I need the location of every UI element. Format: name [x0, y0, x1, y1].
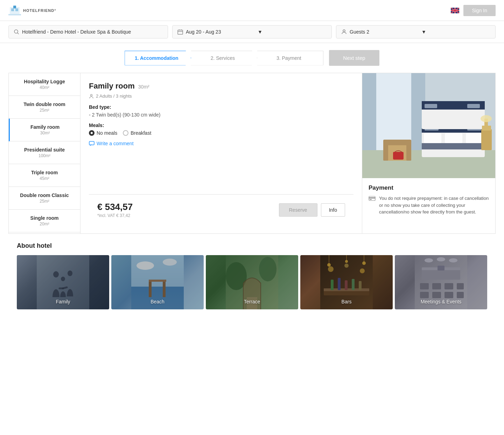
- svg-rect-30: [482, 126, 491, 131]
- hotel-card-terrace[interactable]: Terrace: [206, 255, 298, 309]
- sign-in-button[interactable]: Sign In: [463, 5, 496, 16]
- comment-icon: [89, 141, 94, 146]
- write-comment-link[interactable]: Write a comment: [89, 141, 354, 146]
- content-area: Hospitality Logge 40m² Twin double room …: [8, 73, 496, 234]
- room-price: € 534,57: [97, 202, 133, 212]
- svg-rect-29: [481, 129, 492, 150]
- step-payment[interactable]: 3. Payment: [257, 51, 323, 65]
- reserve-button[interactable]: Reserve: [279, 203, 317, 217]
- person-icon: [89, 94, 94, 99]
- sidebar-item-name: Family room: [14, 124, 76, 130]
- breakfast-option[interactable]: Breakfast: [123, 130, 151, 136]
- room-guests-label: 2 Adults / 3 nights: [96, 93, 132, 99]
- date-chevron-icon: ▼: [258, 29, 327, 35]
- sidebar-item-size: 40m²: [13, 85, 76, 90]
- svg-rect-25: [424, 133, 441, 143]
- svg-rect-1: [11, 8, 14, 11]
- sidebar: Hospitality Logge 40m² Twin double room …: [9, 73, 80, 233]
- terrace-label: Terrace: [206, 299, 298, 304]
- sidebar-item-family[interactable]: Family room 30m²: [9, 119, 80, 141]
- search-bar: Hotelfriend - Demo Hotel - Deluxe Spa & …: [0, 21, 504, 43]
- sidebar-item-presidential[interactable]: Presidential suite 100m²: [9, 141, 80, 164]
- about-hotel-title: About hotel: [17, 242, 487, 250]
- room-image-container: [362, 73, 495, 178]
- credit-card-icon: [369, 196, 376, 202]
- sidebar-item-triple[interactable]: Triple room 45m²: [9, 164, 80, 187]
- sidebar-item-size: 25m²: [13, 108, 76, 113]
- events-label: Meetings & Events: [395, 299, 487, 304]
- date-field[interactable]: Aug 20 - Aug 23 ▼: [172, 25, 332, 38]
- hotel-card-beach[interactable]: Beach: [111, 255, 204, 309]
- sidebar-item-hospitality[interactable]: Hospitality Logge 40m²: [9, 73, 80, 96]
- sidebar-item-twin-double[interactable]: Twin double room 25m²: [9, 96, 80, 119]
- svg-rect-27: [466, 133, 481, 143]
- svg-rect-37: [393, 152, 404, 160]
- beach-label: Beach: [111, 299, 204, 304]
- svg-rect-3: [13, 6, 16, 8]
- svg-rect-35: [383, 143, 388, 161]
- sidebar-item-name: Double room Classic: [13, 192, 76, 198]
- family-label: Family: [17, 299, 109, 304]
- no-meals-option[interactable]: No meals: [89, 130, 117, 136]
- svg-rect-4: [8, 14, 21, 15]
- main-content: Hospitality Logge 40m² Twin double room …: [0, 73, 504, 320]
- meals-label: Meals:: [89, 122, 354, 128]
- logo: HOTELFRIEND°: [8, 4, 56, 17]
- date-value: Aug 20 - Aug 23: [186, 29, 255, 35]
- hotel-card-family[interactable]: Family: [17, 255, 109, 309]
- guests-icon: [341, 29, 347, 35]
- next-step-button[interactable]: Next step: [329, 50, 379, 66]
- price-block: € 534,57 *incl. VAT € 37,42: [97, 202, 133, 218]
- room-size: 30m²: [138, 84, 149, 90]
- svg-rect-24: [467, 104, 480, 108]
- room-bed-section: Bed type: - 2 Twin bed(s) (90-130 cm wid…: [89, 104, 354, 118]
- breakfast-radio[interactable]: [123, 130, 128, 136]
- svg-rect-26: [445, 133, 462, 143]
- flag-icon: [451, 8, 459, 13]
- hotel-card-bars[interactable]: Bars: [300, 255, 393, 309]
- hotel-card-events[interactable]: Meetings & Events: [395, 255, 487, 309]
- svg-point-8: [343, 30, 345, 32]
- hotel-cards: Family: [17, 255, 487, 309]
- no-meals-radio[interactable]: [89, 130, 94, 136]
- svg-rect-10: [89, 141, 94, 145]
- svg-point-32: [481, 115, 492, 122]
- room-header: Family room 30m²: [89, 82, 354, 91]
- hotel-search-field[interactable]: Hotelfriend - Demo Hotel - Deluxe Spa & …: [8, 25, 168, 38]
- svg-rect-28: [422, 143, 485, 149]
- logo-icon: [8, 4, 21, 17]
- sidebar-item-size: 30m²: [14, 131, 76, 135]
- room-title: Family room: [89, 82, 135, 91]
- logo-text: HOTELFRIEND°: [23, 8, 56, 13]
- sidebar-item-size: 20m²: [13, 222, 76, 226]
- svg-rect-7: [178, 30, 183, 34]
- sidebar-item-name: Triple room: [13, 170, 76, 175]
- sidebar-item-size: 25m²: [13, 199, 76, 204]
- sidebar-item-name: Hospitality Logge: [13, 79, 76, 84]
- sidebar-item-size: 100m²: [13, 153, 76, 158]
- info-button[interactable]: Info: [321, 203, 345, 217]
- payment-info: Payment You do not require prepayment: i…: [362, 178, 495, 233]
- svg-rect-40: [370, 199, 372, 200]
- sidebar-item-size: 45m²: [13, 176, 76, 181]
- write-comment-label: Write a comment: [97, 141, 134, 146]
- bars-label: Bars: [300, 299, 393, 304]
- header: HOTELFRIEND° Sign In: [0, 0, 504, 21]
- calendar-icon: [177, 29, 183, 35]
- sidebar-item-single[interactable]: Single room 20m²: [9, 210, 80, 232]
- action-buttons: Reserve Info: [279, 203, 345, 217]
- meals-row: No meals Breakfast: [89, 130, 354, 136]
- guests-field[interactable]: Guests 2 ▼: [336, 25, 496, 38]
- step-services[interactable]: 2. Services: [191, 51, 257, 65]
- room-image: [362, 73, 495, 178]
- step-accommodation[interactable]: 1. Accommodation: [125, 51, 191, 65]
- hotel-name: Hotelfriend - Demo Hotel - Deluxe Spa & …: [22, 29, 131, 35]
- svg-rect-2: [15, 8, 18, 11]
- step-payment-label: 3. Payment: [276, 55, 301, 61]
- svg-point-9: [91, 94, 92, 96]
- price-action-row: € 534,57 *incl. VAT € 37,42 Reserve Info: [89, 194, 354, 225]
- sidebar-item-double-classic[interactable]: Double room Classic 25m²: [9, 187, 80, 210]
- room-meals-section: Meals: No meals Breakfast: [89, 122, 354, 136]
- sidebar-item-name: Presidential suite: [13, 147, 76, 153]
- payment-description: You do not require prepayment: in case o…: [379, 195, 489, 216]
